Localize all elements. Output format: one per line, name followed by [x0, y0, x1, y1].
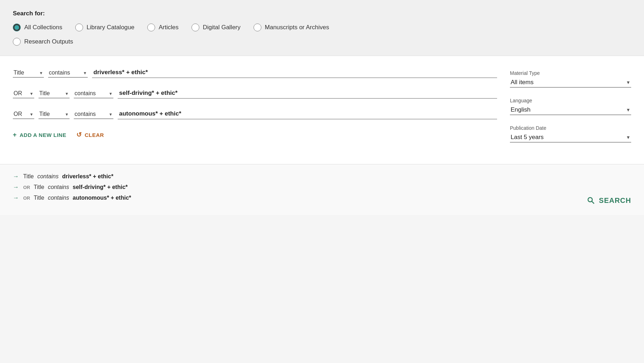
radio-manuscripts-archives[interactable] [254, 24, 261, 31]
field-select-wrapper-1[interactable]: Title Author Subject Keyword [13, 68, 44, 78]
bool-select-2[interactable]: OR AND NOT [13, 89, 34, 98]
publication-date-label: Publication Date [510, 125, 631, 131]
radio-item-articles[interactable]: Articles [147, 24, 179, 31]
search-input-3[interactable] [118, 109, 497, 119]
arrow-icon-1: → [13, 173, 19, 180]
summary-op-1: contains [37, 173, 59, 180]
radio-label-all-collections: All Collections [24, 24, 62, 31]
search-icon [586, 196, 596, 205]
summary-field-2: Title [34, 184, 45, 190]
material-type-select[interactable]: All items Books Articles Journals Theses [510, 77, 631, 87]
radio-articles[interactable] [147, 24, 155, 31]
actions-row: + ADD A NEW LINE ↺ CLEAR [13, 131, 497, 139]
radio-digital-gallery[interactable] [191, 24, 199, 31]
radio-research-outputs[interactable] [13, 38, 21, 46]
operator-select-wrapper-3[interactable]: contains starts with exact match [74, 109, 113, 119]
search-row-3: OR AND NOT Title Author Subject Keyword [13, 109, 497, 119]
radio-item-all-collections[interactable]: All Collections [13, 24, 62, 31]
operator-select-1[interactable]: contains starts with exact match [48, 68, 88, 78]
search-input-1[interactable] [92, 67, 497, 78]
radio-item-digital-gallery[interactable]: Digital Gallery [191, 24, 241, 31]
search-area: Title Author Subject Keyword contains st… [13, 67, 631, 153]
radio-label-manuscripts-archives: Manuscripts or Archives [265, 24, 329, 31]
material-type-filter: Material Type All items Books Articles J… [510, 70, 631, 88]
radio-item-manuscripts-archives[interactable]: Manuscripts or Archives [254, 24, 329, 31]
operator-select-3[interactable]: contains starts with exact match [74, 109, 113, 119]
field-select-1[interactable]: Title Author Subject Keyword [13, 68, 44, 78]
language-select-wrapper[interactable]: English French German Spanish Other [510, 105, 631, 115]
operator-select-wrapper-2[interactable]: contains starts with exact match [74, 89, 113, 98]
summary-op-2: contains [48, 184, 69, 190]
publication-date-select-wrapper[interactable]: Last 5 years Last 10 years Last 20 years… [510, 132, 631, 143]
search-label: SEARCH [599, 196, 631, 205]
svg-line-1 [592, 201, 594, 204]
search-for-section: Search for: All Collections Library Cata… [0, 0, 644, 56]
summary-row-1: → Title contains driverless* + ethic* [13, 173, 631, 180]
summary-or-2: OR [23, 185, 30, 190]
field-select-2[interactable]: Title Author Subject Keyword [39, 89, 70, 98]
clear-label: CLEAR [85, 132, 104, 138]
publication-date-filter: Publication Date Last 5 years Last 10 ye… [510, 125, 631, 143]
field-select-3[interactable]: Title Author Subject Keyword [39, 109, 70, 119]
operator-select-wrapper-1[interactable]: contains starts with exact match [48, 68, 88, 78]
arrow-icon-2: → [13, 184, 19, 191]
summary-value-2: self-driving* + ethic* [73, 184, 128, 190]
radio-item-research-outputs[interactable]: Research Outputs [13, 38, 73, 46]
field-select-wrapper-3[interactable]: Title Author Subject Keyword [39, 109, 70, 119]
middle-section: Title Author Subject Keyword contains st… [0, 56, 644, 164]
radio-library-catalogue[interactable] [75, 24, 83, 31]
summary-or-3: OR [23, 195, 30, 201]
summary-op-3: contains [48, 195, 69, 201]
operator-select-2[interactable]: contains starts with exact match [74, 89, 113, 98]
plus-icon: + [13, 131, 17, 139]
radio-row-2: Research Outputs [13, 38, 631, 46]
bool-select-wrapper-2[interactable]: OR AND NOT [13, 89, 34, 98]
summary-row-3: → OR Title contains autonomous* + ethic* [13, 194, 631, 201]
radio-label-library-catalogue: Library Catalogue [87, 24, 134, 31]
clear-button[interactable]: ↺ CLEAR [76, 131, 104, 139]
language-select[interactable]: English French German Spanish Other [510, 105, 631, 114]
search-row-1: Title Author Subject Keyword contains st… [13, 67, 497, 78]
radio-item-library-catalogue[interactable]: Library Catalogue [75, 24, 134, 31]
radio-label-articles: Articles [159, 24, 179, 31]
summary-value-1: driverless* + ethic* [62, 173, 113, 180]
summary-row-2: → OR Title contains self-driving* + ethi… [13, 184, 631, 191]
language-label: Language [510, 98, 631, 103]
refresh-icon: ↺ [76, 131, 82, 139]
radio-all-collections[interactable] [13, 24, 21, 31]
add-line-label: ADD A NEW LINE [20, 132, 66, 138]
radio-label-digital-gallery: Digital Gallery [203, 24, 241, 31]
search-row-2: OR AND NOT Title Author Subject Keyword [13, 88, 497, 99]
search-for-label: Search for: [13, 10, 631, 17]
svg-point-0 [588, 198, 592, 202]
material-type-select-wrapper[interactable]: All items Books Articles Journals Theses [510, 77, 631, 88]
summary-value-3: autonomous* + ethic* [73, 195, 131, 201]
left-search: Title Author Subject Keyword contains st… [13, 67, 497, 153]
material-type-label: Material Type [510, 70, 631, 76]
radio-row-1: All Collections Library Catalogue Articl… [13, 24, 631, 31]
bool-select-wrapper-3[interactable]: OR AND NOT [13, 109, 34, 119]
bool-select-3[interactable]: OR AND NOT [13, 109, 34, 119]
summary-field-1: Title [23, 173, 34, 180]
arrow-icon-3: → [13, 194, 19, 201]
right-filters: Material Type All items Books Articles J… [510, 67, 631, 153]
bottom-section: → Title contains driverless* + ethic* → … [0, 164, 644, 215]
language-filter: Language English French German Spanish O… [510, 98, 631, 115]
search-input-2[interactable] [118, 88, 497, 99]
publication-date-select[interactable]: Last 5 years Last 10 years Last 20 years… [510, 132, 631, 142]
radio-label-research-outputs: Research Outputs [24, 38, 73, 45]
summary-field-3: Title [34, 195, 45, 201]
search-button[interactable]: SEARCH [586, 196, 631, 205]
add-line-button[interactable]: + ADD A NEW LINE [13, 131, 66, 139]
field-select-wrapper-2[interactable]: Title Author Subject Keyword [39, 89, 70, 98]
